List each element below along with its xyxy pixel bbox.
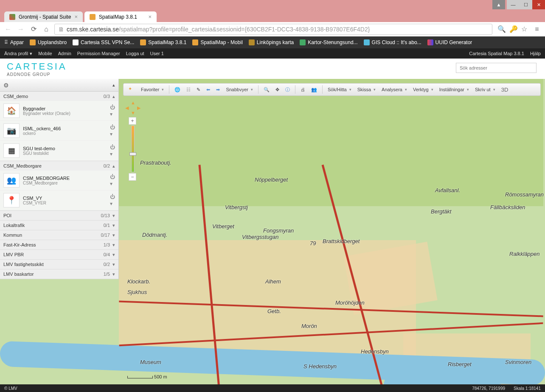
home-button[interactable]: ⌂: [42, 25, 51, 34]
layer-group-header[interactable]: LMV fastighetsskikt 0/2 ▾: [0, 260, 118, 269]
menu-button[interactable]: ≡: [532, 25, 542, 34]
layer-item[interactable]: ▦ SGU test-demo SGU testskikt ⏻ ▾: [0, 141, 118, 161]
back-button[interactable]: ←: [3, 25, 13, 34]
pan-north-icon[interactable]: ▲: [131, 100, 135, 105]
layer-group-header[interactable]: LMV baskartor 1/5 ▾: [0, 269, 118, 279]
maximize-button[interactable]: ☐: [520, 0, 532, 9]
menu-mobile[interactable]: Mobile: [38, 51, 52, 56]
home-extent-button[interactable]: ✦: [126, 85, 137, 94]
layer-item[interactable]: 🏠 Byggnader Bygnader vektor (Oracle) ⏻ ▾: [0, 101, 118, 121]
chevron-icon[interactable]: ▾: [112, 262, 115, 267]
power-icon[interactable]: ⏻: [110, 124, 115, 130]
chevron-down-icon[interactable]: ▾: [110, 201, 115, 207]
bookmark-item[interactable]: Upplandsbro: [30, 39, 67, 45]
layers-button[interactable]: ☷: [184, 86, 193, 94]
settings-dropdown[interactable]: Inställningar: [437, 86, 471, 93]
chevron-icon[interactable]: ▾: [112, 242, 115, 248]
zoom-handle[interactable]: [129, 152, 136, 156]
tabstrip: Grontmij - Spatial Suite × SpatialMap 3.…: [0, 9, 545, 22]
streetview-button[interactable]: 👥: [309, 86, 319, 94]
brush-button[interactable]: ✎: [194, 86, 202, 94]
power-icon[interactable]: ⏻: [110, 144, 115, 150]
identify-button[interactable]: 🔍: [261, 86, 272, 94]
menu-andra-profil[interactable]: Ändra profil ▾: [4, 51, 32, 56]
menu-logout[interactable]: Logga ut: [126, 51, 144, 56]
pan-pad[interactable]: ▲ ▼ ▶ ◀: [125, 100, 140, 115]
chevron-icon[interactable]: ▾: [112, 223, 115, 228]
pan-south-icon[interactable]: ▼: [131, 110, 135, 115]
bookmark-item[interactable]: GIS Cloud :: It's abo...: [364, 39, 421, 45]
layer-item[interactable]: 👥 CSM_MEDBORGARE CSM_Medborgare ⏻ ▾: [0, 171, 118, 190]
layer-group-header[interactable]: POI 0/13 ▾: [0, 211, 118, 220]
menu-permission[interactable]: Permission Manager: [77, 51, 120, 56]
chevron-icon[interactable]: ▾: [112, 272, 115, 277]
layer-group-header[interactable]: CSM_Medborgare 0/2 ▴: [0, 161, 118, 171]
bookmark-item[interactable]: SpatialMap 3.8.1: [140, 39, 186, 45]
reload-button[interactable]: ⟳: [29, 25, 38, 34]
chevron-icon[interactable]: ▾: [112, 252, 115, 258]
gear-icon[interactable]: ⚙: [3, 82, 9, 89]
zoom-out-button[interactable]: −: [129, 173, 136, 181]
info-button[interactable]: ⓘ: [283, 85, 292, 94]
close-button[interactable]: ✕: [532, 0, 545, 9]
search-dropdown[interactable]: Sök/Hitta: [326, 86, 354, 93]
search-icon[interactable]: 🔍: [497, 25, 506, 33]
layer-group-header[interactable]: Lokaltrafik 0/1 ▾: [0, 221, 118, 230]
power-icon[interactable]: ⏻: [110, 104, 115, 110]
favorites-dropdown[interactable]: Favoriter: [139, 86, 166, 93]
user-icon[interactable]: ▲: [492, 0, 505, 9]
zoom-in-button[interactable]: +: [129, 117, 136, 125]
globe-button[interactable]: 🌐: [172, 86, 183, 94]
chevron-down-icon[interactable]: ▾: [110, 151, 115, 157]
chevron-icon[interactable]: ▴: [112, 163, 115, 169]
analyze-dropdown[interactable]: Analysera: [379, 86, 409, 93]
3d-button[interactable]: 3D: [499, 85, 511, 94]
zoom-track[interactable]: [131, 126, 135, 172]
bookmark-item[interactable]: Cartesia SSL VPN Se...: [73, 39, 134, 45]
bookmark-item[interactable]: SpatialMap - Mobil: [192, 39, 242, 45]
chevron-down-icon[interactable]: ▾: [110, 181, 115, 187]
prev-extent-button[interactable]: ⬅: [204, 86, 212, 94]
chevron-down-icon[interactable]: ▾: [110, 111, 115, 117]
layer-group-header[interactable]: Fast-Kir-Adress 1/3 ▾: [0, 240, 118, 249]
tools-dropdown[interactable]: Verktyg: [411, 86, 435, 93]
pan-button[interactable]: ✥: [273, 86, 281, 94]
next-extent-button[interactable]: ➡: [214, 86, 222, 94]
chevron-icon[interactable]: ▾: [112, 232, 115, 238]
collapse-icon[interactable]: ▴: [112, 82, 115, 88]
layer-title: ISML_ockero_466: [23, 126, 107, 131]
tab-close-icon[interactable]: ×: [74, 14, 78, 20]
power-icon[interactable]: ⏻: [110, 194, 115, 200]
menu-help[interactable]: Hjälp: [530, 51, 541, 56]
bookmark-item[interactable]: Kartor-Stenungsund...: [300, 39, 357, 45]
minimize-button[interactable]: —: [507, 0, 520, 9]
star-icon[interactable]: ☆: [521, 25, 527, 33]
quickviews-dropdown[interactable]: Snabbvyer: [224, 86, 255, 93]
layer-group-header[interactable]: Kommun 0/17 ▾: [0, 230, 118, 240]
layer-item[interactable]: 📍 CSM_VY CSM_VYER ⏻ ▾: [0, 190, 118, 210]
menu-admin[interactable]: Admin: [58, 51, 71, 56]
bookmark-item[interactable]: Linköpings karta: [249, 39, 294, 45]
url-input[interactable]: 🗎 csm.ske.cartesia.se /spatialmap?profil…: [54, 24, 492, 35]
browser-tab[interactable]: SpatialMap 3.8.1 ×: [84, 11, 157, 22]
key-icon[interactable]: 🔑: [509, 25, 518, 33]
chevron-down-icon[interactable]: ▾: [110, 131, 115, 137]
print-dropdown[interactable]: Skriv ut: [473, 86, 497, 93]
power-icon[interactable]: ⏻: [110, 174, 115, 180]
apps-button[interactable]: ⠿ Appar: [4, 39, 24, 45]
pan-east-icon[interactable]: ▶: [137, 105, 140, 111]
layer-group-header[interactable]: CSM_demo 0/3 ▴: [0, 92, 118, 101]
search-input[interactable]: [456, 63, 537, 73]
layer-group-header[interactable]: LMV PBR 0/4 ▾: [0, 250, 118, 259]
layer-item[interactable]: 📷 ISML_ockero_466 ockero ⏻ ▾: [0, 121, 118, 141]
tab-close-icon[interactable]: ×: [148, 14, 152, 20]
forward-button[interactable]: →: [16, 25, 25, 34]
chevron-icon[interactable]: ▾: [112, 213, 115, 218]
print-button[interactable]: 🖨: [298, 86, 307, 93]
chevron-icon[interactable]: ▴: [112, 94, 115, 99]
bookmark-item[interactable]: UUID Generator: [427, 39, 472, 45]
menu-user[interactable]: User 1: [150, 51, 164, 56]
sketch-dropdown[interactable]: Skissa: [355, 86, 378, 93]
pan-west-icon[interactable]: ◀: [125, 105, 129, 111]
browser-tab[interactable]: Grontmij - Spatial Suite ×: [4, 11, 83, 22]
